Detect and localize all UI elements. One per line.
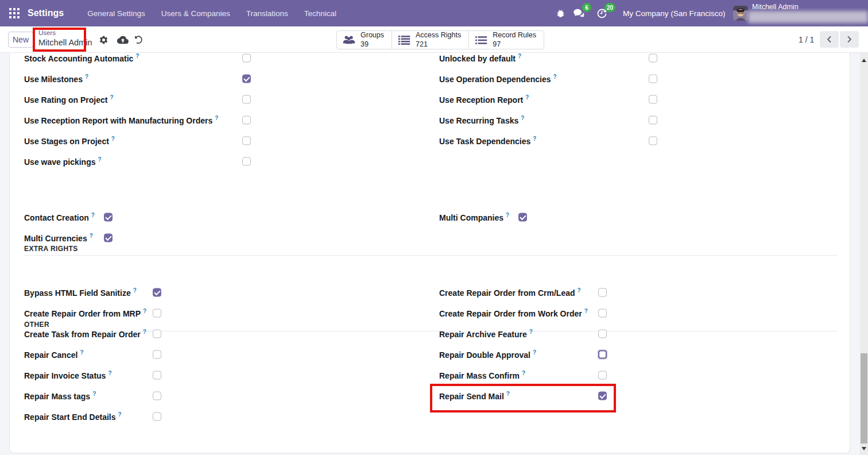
setting-label: Repair Invoice Status? [24,370,112,380]
setting-checkbox[interactable] [649,116,657,125]
scrollbar-thumb[interactable] [861,353,867,444]
help-marker[interactable]: ? [91,212,95,218]
help-marker[interactable]: ? [143,329,146,335]
setting-row: Bypass HTML Field Sanitize? [24,282,271,303]
help-marker[interactable]: ? [529,329,533,335]
scroll-down-arrow[interactable] [862,447,866,450]
setting-checkbox[interactable] [153,309,161,318]
help-marker[interactable]: ? [518,53,521,59]
setting-checkbox[interactable] [242,54,251,63]
setting-checkbox[interactable] [153,350,161,359]
help-marker[interactable]: ? [506,212,509,218]
help-marker[interactable]: ? [143,308,146,314]
help-marker[interactable]: ? [522,370,525,376]
setting-label: Use Reception Report with Manufacturing … [24,115,218,125]
stat-button-record-rules[interactable]: Record Rules 97 [468,30,544,49]
help-marker[interactable]: ? [521,115,524,121]
stat-button-groups[interactable]: Groups 39 [336,30,392,49]
setting-checkbox[interactable] [598,288,607,297]
setting-row: Repair Invoice Status? [24,365,271,385]
stat-text: Groups 39 [361,31,384,49]
help-marker[interactable]: ? [133,287,137,294]
redacted-user-info [748,11,868,23]
breadcrumb-current: Mitchell Admin [38,38,92,47]
help-marker[interactable]: ? [525,94,529,101]
setting-checkbox[interactable] [104,234,113,242]
cloud-upload-glyph [117,36,129,44]
setting-checkbox[interactable] [153,412,161,421]
company-switcher[interactable]: My Company (San Francisco) [623,0,726,26]
user-avatar[interactable] [733,6,748,21]
app-name[interactable]: Settings [28,8,64,18]
setting-row-highlighted: Repair Send Mail? [439,385,686,406]
users-icon [343,35,355,45]
setting-row: Create Task from Repair Order? [24,323,271,344]
setting-checkbox[interactable] [649,54,657,63]
setting-checkbox[interactable] [598,350,607,359]
menu-general-settings[interactable]: General Settings [79,0,153,26]
help-marker[interactable]: ? [215,115,218,121]
help-marker[interactable]: ? [533,349,536,356]
setting-checkbox[interactable] [649,75,657,83]
help-marker[interactable]: ? [110,94,113,101]
help-marker[interactable]: ? [135,53,139,59]
discard-undo-icon[interactable] [134,26,143,53]
setting-checkbox[interactable] [598,392,607,400]
setting-checkbox[interactable] [242,116,251,125]
help-marker[interactable]: ? [80,349,83,356]
breadcrumb-parent[interactable]: Users [38,29,56,36]
apps-grid-icon[interactable] [0,0,28,26]
setting-checkbox[interactable] [153,288,161,297]
pager-previous-button[interactable] [820,31,839,48]
help-marker[interactable]: ? [92,391,96,397]
help-marker[interactable]: ? [85,74,88,80]
setting-checkbox[interactable] [598,371,607,380]
setting-row: Repair Archive Feature? [439,323,686,344]
setting-row: Use Rating on Project? [24,89,271,110]
menu-users-companies[interactable]: Users & Companies [153,0,238,26]
help-marker[interactable]: ? [506,391,510,397]
setting-checkbox[interactable] [242,157,251,166]
help-marker[interactable]: ? [553,74,557,80]
help-marker[interactable]: ? [90,233,93,239]
help-marker[interactable]: ? [98,156,102,163]
help-marker[interactable]: ? [584,308,588,314]
setting-label: Unlocked by default? [439,53,521,63]
setting-checkbox[interactable] [242,137,251,145]
help-marker[interactable]: ? [111,136,115,142]
setting-checkbox[interactable] [242,75,251,83]
setting-checkbox[interactable] [153,330,161,338]
setting-label: Repair Mass Confirm? [439,370,525,380]
setting-checkbox[interactable] [153,392,161,400]
setting-checkbox[interactable] [598,309,607,318]
list-icon [398,35,410,45]
setting-checkbox[interactable] [598,330,607,338]
setting-label: Repair Cancel? [24,349,83,360]
setting-checkbox[interactable] [649,137,657,145]
gear-icon[interactable] [99,26,108,53]
stat-button-access-rights[interactable]: Access Rights 721 [392,30,469,49]
help-marker[interactable]: ? [578,287,581,294]
help-marker[interactable]: ? [108,370,111,376]
activities-badge: 20 [604,3,615,12]
setting-checkbox[interactable] [242,95,251,104]
setting-checkbox[interactable] [104,213,113,222]
new-button[interactable]: New [8,32,33,48]
setting-checkbox[interactable] [649,95,657,104]
cloud-save-icon[interactable] [117,26,129,53]
scroll-up-arrow[interactable] [862,59,866,62]
setting-row: Multi Companies? [439,207,686,228]
setting-checkbox[interactable] [518,213,527,222]
setting-checkbox[interactable] [153,371,161,380]
vertical-scrollbar[interactable] [860,53,868,455]
menu-translations[interactable]: Translations [238,0,296,26]
setting-row: Unlocked by default? [439,53,686,68]
help-marker[interactable]: ? [118,411,122,418]
pager-next-button[interactable] [840,31,859,48]
menu-technical[interactable]: Technical [296,0,344,26]
setting-row: Create Repair Order from Work Order? [439,303,686,323]
debug-bug-icon[interactable] [556,0,565,26]
user-name[interactable]: Mitchell Admin [752,3,799,11]
setting-label: Use Milestones? [24,74,88,84]
help-marker[interactable]: ? [533,136,536,142]
